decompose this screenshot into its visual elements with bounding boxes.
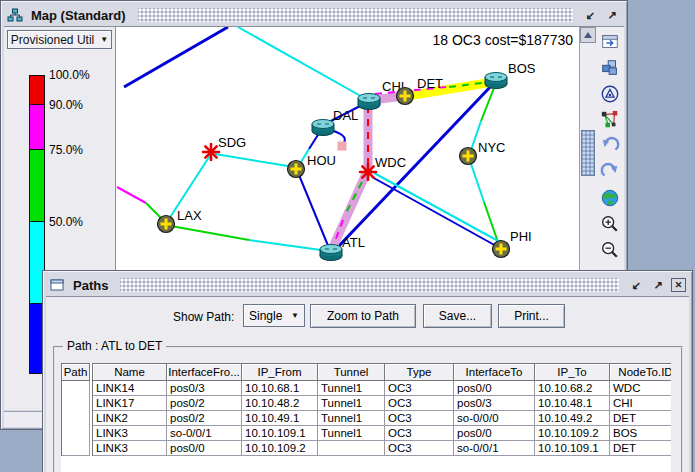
table-row[interactable]: LINK17pos0/210.10.48.2Tunnel1OC3pos0/310…	[93, 396, 671, 411]
column-header-interfaceto[interactable]: InterfaceTo	[454, 364, 535, 381]
scroll-up-button[interactable]	[580, 27, 596, 43]
desktop: { "desktop": { "background": "#9BADC6" }…	[0, 0, 695, 472]
table-cell: pos0/3	[454, 396, 535, 411]
path-groupbox-title: Path : ATL to DET	[63, 339, 166, 353]
zoom-out-icon[interactable]	[598, 238, 622, 262]
table-cell: so-0/0/1	[454, 441, 535, 456]
map-node-NYC[interactable]	[460, 148, 477, 165]
table-cell: BOS	[610, 426, 671, 441]
column-header-type[interactable]: Type	[385, 364, 454, 381]
map-node-LAX[interactable]	[158, 216, 175, 233]
paths-window-titlebar[interactable]: Paths ↙ ↗ ✕	[46, 274, 689, 296]
map-node-WDC[interactable]	[360, 164, 376, 180]
map-node-ATL[interactable]	[320, 245, 342, 261]
map-node-PHI[interactable]	[493, 241, 510, 258]
map-node-label: NYC	[478, 140, 505, 155]
table-row[interactable]: LINK2pos0/210.10.49.1Tunnel1OC3so-0/0/01…	[93, 411, 671, 426]
map-node-DET[interactable]	[397, 88, 414, 105]
print-button[interactable]: Print...	[498, 304, 565, 328]
map-window-title: Map (Standard)	[27, 8, 130, 23]
map-node-label: ATL	[342, 235, 365, 250]
redo-icon[interactable]	[598, 160, 622, 184]
table-cell: 10.10.68.1	[242, 381, 318, 396]
column-header-ip-to[interactable]: IP_To	[535, 364, 610, 381]
table-cell: DET	[610, 411, 671, 426]
column-header-interfacefro-[interactable]: InterfaceFro...	[167, 364, 242, 381]
restore-window-button[interactable]: ↙	[581, 8, 599, 23]
table-cell: so-0/0/0	[454, 411, 535, 426]
map-node-label: LAX	[177, 208, 202, 223]
window-icon	[49, 277, 65, 293]
table-cell: Tunnel1	[318, 381, 385, 396]
table-cell: so-0/0/1	[167, 426, 242, 441]
undo-icon[interactable]	[598, 134, 622, 158]
legend-segment	[29, 105, 45, 150]
zoom-to-path-button[interactable]: Zoom to Path	[310, 304, 416, 328]
zoom-in-icon[interactable]	[598, 212, 622, 236]
maximize-window-button[interactable]: ↗	[649, 278, 667, 293]
map-window-titlebar[interactable]: Map (Standard) ↙ ↗	[4, 4, 624, 26]
table-cell: pos0/0	[454, 426, 535, 441]
table-row[interactable]: LINK14pos0/310.10.68.1Tunnel1OC3pos0/010…	[93, 381, 671, 396]
map-node-HOU[interactable]	[288, 161, 305, 178]
column-header-nodeto-id[interactable]: NodeTo.ID	[610, 364, 671, 381]
close-window-button[interactable]: ✕	[671, 278, 686, 292]
table-row[interactable]: LINK3so-0/0/110.10.109.1Tunnel1OC3pos0/0…	[93, 426, 671, 441]
map-link[interactable]	[215, 154, 294, 167]
table-cell: OC3	[385, 441, 454, 456]
network-map-icon	[7, 7, 23, 23]
table-cell: LINK17	[93, 396, 167, 411]
table-row[interactable]: LINK3pos0/010.10.109.2OC3so-0/0/110.10.1…	[93, 441, 671, 456]
topology-icon[interactable]	[598, 108, 622, 132]
legend-segment	[29, 150, 45, 222]
table-cell: 10.10.109.2	[242, 441, 318, 456]
map-node-BOS[interactable]	[485, 73, 507, 89]
legend-metric-dropdown[interactable]: Provisioned Util ▼	[7, 30, 112, 49]
map-link[interactable]	[171, 226, 249, 240]
map-link[interactable]	[484, 202, 499, 245]
map-link[interactable]	[374, 173, 500, 242]
row-header-column[interactable]: Path	[62, 364, 90, 381]
map-link[interactable]	[124, 27, 228, 87]
map-node-label: HOU	[307, 153, 336, 168]
path-groupbox: Path : ATL to DET Path NameInterfaceFro.…	[53, 346, 683, 472]
map-link[interactable]	[249, 240, 328, 251]
table-cell: 10.10.109.1	[535, 441, 610, 456]
path-row-header-table: Path	[61, 363, 90, 456]
map-link[interactable]	[299, 175, 329, 248]
minimize-window-button[interactable]: ↙	[627, 278, 645, 293]
show-path-dropdown[interactable]: Single ▼	[243, 304, 305, 327]
table-cell: Tunnel1	[318, 396, 385, 411]
column-header-ip-from[interactable]: IP_From	[242, 364, 318, 381]
map-link[interactable]	[117, 187, 146, 203]
paths-content: Show Path: Single ▼ Zoom to Path Save...…	[46, 296, 689, 472]
panel-expand-icon[interactable]	[598, 30, 622, 54]
map-node-CHI[interactable]	[358, 94, 380, 110]
table-cell: CHI	[610, 396, 671, 411]
map-node-SDG[interactable]	[203, 144, 219, 160]
3d-boxes-icon[interactable]	[598, 56, 622, 80]
map-node-label: DET	[417, 76, 443, 91]
column-header-tunnel[interactable]: Tunnel	[318, 364, 385, 381]
table-cell: DET	[610, 441, 671, 456]
maximize-window-button[interactable]: ↗	[603, 8, 621, 23]
map-link[interactable]	[238, 27, 366, 99]
chevron-down-icon: ▼	[291, 311, 299, 320]
table-cell: pos0/0	[454, 381, 535, 396]
legend-label: 90.0%	[49, 98, 83, 112]
globe-icon[interactable]	[598, 186, 622, 210]
map-node-label: WDC	[375, 155, 406, 170]
map-status-text: 18 OC3 cost=$187730	[433, 32, 574, 48]
map-node-DAL[interactable]	[312, 120, 334, 136]
scrollbar-thumb[interactable]	[581, 130, 595, 176]
table-cell: 10.10.49.1	[242, 411, 318, 426]
legend-metric-label: Provisioned Util	[11, 33, 94, 47]
circle-tool-icon[interactable]	[598, 82, 622, 106]
save-button[interactable]: Save...	[423, 304, 492, 328]
map-link[interactable]	[470, 161, 484, 202]
show-path-label: Show Path:	[173, 310, 234, 324]
table-cell	[318, 441, 385, 456]
column-header-name[interactable]: Name	[93, 364, 167, 381]
path-table: NameInterfaceFro...IP_FromTunnelTypeInte…	[92, 363, 671, 456]
map-node-square[interactable]	[338, 142, 347, 151]
